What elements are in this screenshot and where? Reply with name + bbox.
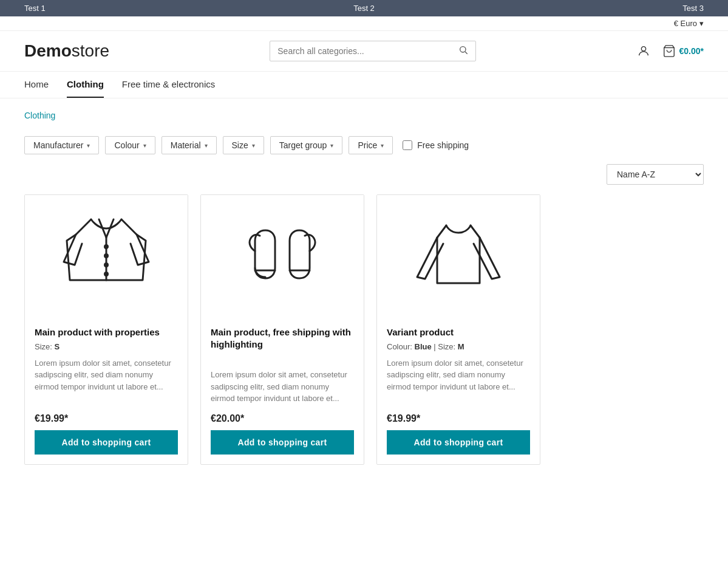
add-to-cart-button-1[interactable]: Add to shopping cart bbox=[35, 430, 178, 455]
sort-select[interactable]: Name A-Z Name Z-A Price asc Price desc bbox=[607, 164, 704, 185]
product-card-3: Variant product Colour: Blue | Size: M L… bbox=[376, 194, 540, 465]
product-price-3: €19.99* bbox=[387, 413, 530, 424]
filter-target-group-label: Target group bbox=[279, 140, 327, 150]
currency-arrow-icon: ▾ bbox=[699, 19, 704, 28]
product-image-1 bbox=[25, 195, 188, 317]
filters-bar: Manufacturer ▾ Colour ▾ Material ▾ Size … bbox=[0, 126, 728, 164]
currency-selector[interactable]: € Euro ▾ bbox=[674, 19, 704, 28]
svg-point-0 bbox=[460, 47, 466, 52]
filter-manufacturer[interactable]: Manufacturer ▾ bbox=[24, 136, 99, 154]
header-actions: €0.00* bbox=[637, 44, 704, 58]
filter-target-group[interactable]: Target group ▾ bbox=[270, 136, 343, 154]
filter-material[interactable]: Material ▾ bbox=[162, 136, 217, 154]
header: Demostore €0.00* bbox=[0, 31, 728, 72]
product-size-1: S bbox=[55, 342, 60, 351]
chevron-down-icon: ▾ bbox=[330, 142, 333, 149]
product-card-1: Main product with properties Size: S Lor… bbox=[24, 194, 188, 465]
search-input[interactable] bbox=[277, 46, 458, 56]
free-shipping-filter[interactable]: Free shipping bbox=[403, 140, 469, 150]
product-price-1: €19.99* bbox=[35, 413, 178, 424]
top-bar: Test 1 Test 2 Test 3 bbox=[0, 0, 728, 16]
product-desc-1: Lorem ipsum dolor sit amet, consetetur s… bbox=[35, 357, 178, 405]
product-colour-3: Blue bbox=[415, 342, 432, 351]
filter-price[interactable]: Price ▾ bbox=[349, 136, 393, 154]
svg-point-2 bbox=[641, 47, 645, 51]
product-name-1: Main product with properties bbox=[35, 326, 178, 338]
top-bar-item-2[interactable]: Test 2 bbox=[353, 4, 375, 13]
currency-bar: € Euro ▾ bbox=[0, 16, 728, 31]
product-price-2: €20.00* bbox=[211, 413, 354, 424]
nav-clothing[interactable]: Clothing bbox=[67, 72, 104, 98]
currency-label: € Euro bbox=[674, 19, 697, 28]
add-to-cart-button-2[interactable]: Add to shopping cart bbox=[211, 430, 354, 455]
sort-bar: Name A-Z Name Z-A Price asc Price desc bbox=[0, 164, 728, 194]
product-info-1: Main product with properties Size: S Lor… bbox=[25, 317, 188, 464]
page-heading: Clothing bbox=[0, 98, 728, 126]
add-to-cart-button-3[interactable]: Add to shopping cart bbox=[387, 430, 530, 455]
filter-colour[interactable]: Colour ▾ bbox=[105, 136, 155, 154]
main-nav: Home Clothing Free time & electronics bbox=[0, 72, 728, 98]
chevron-down-icon: ▾ bbox=[143, 142, 146, 149]
product-image-3 bbox=[377, 195, 540, 317]
search-bar bbox=[270, 41, 476, 61]
product-meta-3: Colour: Blue | Size: M bbox=[387, 342, 530, 351]
product-meta-1: Size: S bbox=[35, 342, 178, 351]
chevron-down-icon: ▾ bbox=[205, 142, 208, 149]
filter-manufacturer-label: Manufacturer bbox=[33, 140, 83, 150]
product-desc-3: Lorem ipsum dolor sit amet, consetetur s… bbox=[387, 357, 530, 405]
top-bar-item-1[interactable]: Test 1 bbox=[24, 4, 46, 13]
filter-material-label: Material bbox=[171, 140, 201, 150]
product-image-2 bbox=[201, 195, 364, 317]
product-size-3: M bbox=[458, 342, 464, 351]
filter-size-label: Size bbox=[232, 140, 248, 150]
product-name-3: Variant product bbox=[387, 326, 530, 338]
free-shipping-checkbox[interactable] bbox=[403, 140, 412, 150]
chevron-down-icon: ▾ bbox=[87, 142, 90, 149]
nav-home[interactable]: Home bbox=[24, 72, 49, 98]
cart-button[interactable]: €0.00* bbox=[662, 44, 704, 58]
filter-colour-label: Colour bbox=[114, 140, 139, 150]
top-bar-item-3[interactable]: Test 3 bbox=[682, 4, 704, 13]
chevron-down-icon: ▾ bbox=[252, 142, 255, 149]
filter-size[interactable]: Size ▾ bbox=[223, 136, 264, 154]
breadcrumb-clothing[interactable]: Clothing bbox=[24, 111, 55, 120]
chevron-down-icon: ▾ bbox=[381, 142, 384, 149]
nav-free-time[interactable]: Free time & electronics bbox=[122, 72, 215, 98]
filter-price-label: Price bbox=[358, 140, 377, 150]
search-icon[interactable] bbox=[458, 45, 468, 57]
product-name-2: Main product, free shipping with highlig… bbox=[211, 326, 354, 350]
free-shipping-label: Free shipping bbox=[417, 140, 469, 150]
product-card-2: Main product, free shipping with highlig… bbox=[200, 194, 364, 465]
product-info-3: Variant product Colour: Blue | Size: M L… bbox=[377, 317, 540, 464]
logo[interactable]: Demostore bbox=[24, 41, 109, 61]
svg-line-1 bbox=[465, 52, 468, 54]
logo-light: store bbox=[72, 41, 109, 60]
product-meta-2 bbox=[211, 354, 354, 363]
product-desc-2: Lorem ipsum dolor sit amet, consetetur s… bbox=[211, 369, 354, 405]
logo-bold: Demo bbox=[24, 41, 72, 60]
product-info-2: Main product, free shipping with highlig… bbox=[201, 317, 364, 464]
account-button[interactable] bbox=[637, 44, 650, 58]
products-grid: Main product with properties Size: S Lor… bbox=[0, 194, 728, 489]
cart-total: €0.00* bbox=[679, 46, 704, 56]
